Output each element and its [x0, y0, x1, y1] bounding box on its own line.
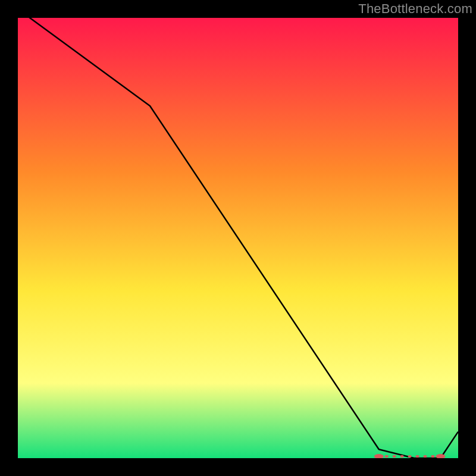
chart-frame: TheBottleneck.com — [0, 0, 476, 476]
optimal-tick-marker — [400, 455, 404, 458]
optimal-tick-marker — [385, 455, 389, 458]
optimal-tick-marker — [408, 455, 412, 458]
plot-area — [18, 18, 458, 458]
attribution-label: TheBottleneck.com — [358, 1, 472, 17]
optimal-tick-marker — [424, 455, 427, 458]
optimal-tick-marker — [416, 455, 419, 458]
chart-svg — [18, 18, 458, 458]
optimal-tick-marker — [393, 455, 396, 458]
optimal-tick-marker — [431, 455, 434, 458]
